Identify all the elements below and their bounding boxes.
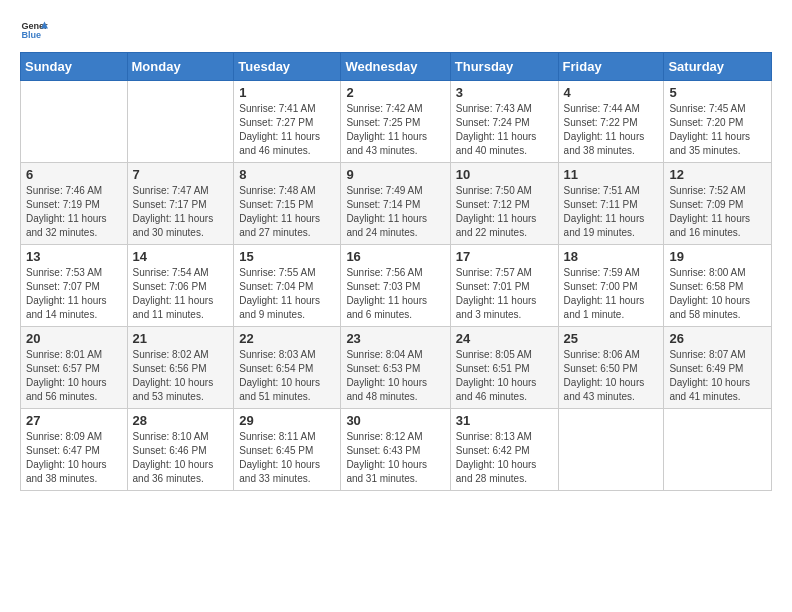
day-number: 6 [26,167,122,182]
calendar-header: SundayMondayTuesdayWednesdayThursdayFrid… [21,53,772,81]
calendar-cell [558,409,664,491]
day-info: Sunrise: 7:47 AMSunset: 7:17 PMDaylight:… [133,184,229,240]
week-row-2: 6Sunrise: 7:46 AMSunset: 7:19 PMDaylight… [21,163,772,245]
day-number: 12 [669,167,766,182]
day-number: 27 [26,413,122,428]
day-info: Sunrise: 8:12 AMSunset: 6:43 PMDaylight:… [346,430,444,486]
day-info: Sunrise: 8:13 AMSunset: 6:42 PMDaylight:… [456,430,553,486]
logo: General Blue [20,16,48,44]
day-info: Sunrise: 7:56 AMSunset: 7:03 PMDaylight:… [346,266,444,322]
day-number: 25 [564,331,659,346]
calendar-cell: 18Sunrise: 7:59 AMSunset: 7:00 PMDayligh… [558,245,664,327]
day-info: Sunrise: 7:57 AMSunset: 7:01 PMDaylight:… [456,266,553,322]
day-number: 19 [669,249,766,264]
day-info: Sunrise: 7:42 AMSunset: 7:25 PMDaylight:… [346,102,444,158]
day-number: 2 [346,85,444,100]
calendar-cell: 16Sunrise: 7:56 AMSunset: 7:03 PMDayligh… [341,245,450,327]
day-info: Sunrise: 7:46 AMSunset: 7:19 PMDaylight:… [26,184,122,240]
calendar-cell: 10Sunrise: 7:50 AMSunset: 7:12 PMDayligh… [450,163,558,245]
calendar-cell: 30Sunrise: 8:12 AMSunset: 6:43 PMDayligh… [341,409,450,491]
day-number: 3 [456,85,553,100]
header: General Blue [20,16,772,44]
calendar-body: 1Sunrise: 7:41 AMSunset: 7:27 PMDaylight… [21,81,772,491]
calendar-cell: 24Sunrise: 8:05 AMSunset: 6:51 PMDayligh… [450,327,558,409]
calendar-cell: 22Sunrise: 8:03 AMSunset: 6:54 PMDayligh… [234,327,341,409]
calendar-cell: 3Sunrise: 7:43 AMSunset: 7:24 PMDaylight… [450,81,558,163]
calendar-cell: 5Sunrise: 7:45 AMSunset: 7:20 PMDaylight… [664,81,772,163]
day-info: Sunrise: 8:09 AMSunset: 6:47 PMDaylight:… [26,430,122,486]
day-number: 5 [669,85,766,100]
day-number: 11 [564,167,659,182]
day-number: 14 [133,249,229,264]
calendar-cell: 4Sunrise: 7:44 AMSunset: 7:22 PMDaylight… [558,81,664,163]
day-info: Sunrise: 8:06 AMSunset: 6:50 PMDaylight:… [564,348,659,404]
calendar-cell: 28Sunrise: 8:10 AMSunset: 6:46 PMDayligh… [127,409,234,491]
calendar-cell [21,81,128,163]
calendar-cell: 8Sunrise: 7:48 AMSunset: 7:15 PMDaylight… [234,163,341,245]
day-info: Sunrise: 8:02 AMSunset: 6:56 PMDaylight:… [133,348,229,404]
day-info: Sunrise: 8:07 AMSunset: 6:49 PMDaylight:… [669,348,766,404]
logo-icon: General Blue [20,16,48,44]
day-info: Sunrise: 7:52 AMSunset: 7:09 PMDaylight:… [669,184,766,240]
calendar-cell: 25Sunrise: 8:06 AMSunset: 6:50 PMDayligh… [558,327,664,409]
calendar-cell: 15Sunrise: 7:55 AMSunset: 7:04 PMDayligh… [234,245,341,327]
column-header-saturday: Saturday [664,53,772,81]
week-row-1: 1Sunrise: 7:41 AMSunset: 7:27 PMDaylight… [21,81,772,163]
calendar-cell: 7Sunrise: 7:47 AMSunset: 7:17 PMDaylight… [127,163,234,245]
day-info: Sunrise: 7:41 AMSunset: 7:27 PMDaylight:… [239,102,335,158]
day-number: 15 [239,249,335,264]
day-number: 16 [346,249,444,264]
day-info: Sunrise: 8:03 AMSunset: 6:54 PMDaylight:… [239,348,335,404]
day-number: 30 [346,413,444,428]
day-info: Sunrise: 7:48 AMSunset: 7:15 PMDaylight:… [239,184,335,240]
day-info: Sunrise: 8:10 AMSunset: 6:46 PMDaylight:… [133,430,229,486]
day-number: 26 [669,331,766,346]
day-number: 8 [239,167,335,182]
day-number: 23 [346,331,444,346]
day-info: Sunrise: 8:00 AMSunset: 6:58 PMDaylight:… [669,266,766,322]
day-info: Sunrise: 8:04 AMSunset: 6:53 PMDaylight:… [346,348,444,404]
calendar-cell: 17Sunrise: 7:57 AMSunset: 7:01 PMDayligh… [450,245,558,327]
day-info: Sunrise: 7:49 AMSunset: 7:14 PMDaylight:… [346,184,444,240]
calendar-cell: 2Sunrise: 7:42 AMSunset: 7:25 PMDaylight… [341,81,450,163]
calendar-cell: 31Sunrise: 8:13 AMSunset: 6:42 PMDayligh… [450,409,558,491]
column-header-thursday: Thursday [450,53,558,81]
calendar-table: SundayMondayTuesdayWednesdayThursdayFrid… [20,52,772,491]
day-info: Sunrise: 7:53 AMSunset: 7:07 PMDaylight:… [26,266,122,322]
column-header-monday: Monday [127,53,234,81]
day-info: Sunrise: 8:05 AMSunset: 6:51 PMDaylight:… [456,348,553,404]
day-number: 20 [26,331,122,346]
calendar-cell: 14Sunrise: 7:54 AMSunset: 7:06 PMDayligh… [127,245,234,327]
day-number: 9 [346,167,444,182]
calendar-cell: 9Sunrise: 7:49 AMSunset: 7:14 PMDaylight… [341,163,450,245]
week-row-3: 13Sunrise: 7:53 AMSunset: 7:07 PMDayligh… [21,245,772,327]
day-number: 31 [456,413,553,428]
column-header-tuesday: Tuesday [234,53,341,81]
day-number: 29 [239,413,335,428]
day-number: 4 [564,85,659,100]
column-header-sunday: Sunday [21,53,128,81]
calendar-cell: 19Sunrise: 8:00 AMSunset: 6:58 PMDayligh… [664,245,772,327]
day-info: Sunrise: 7:43 AMSunset: 7:24 PMDaylight:… [456,102,553,158]
calendar-cell [664,409,772,491]
calendar-cell: 13Sunrise: 7:53 AMSunset: 7:07 PMDayligh… [21,245,128,327]
calendar-cell: 21Sunrise: 8:02 AMSunset: 6:56 PMDayligh… [127,327,234,409]
day-info: Sunrise: 7:50 AMSunset: 7:12 PMDaylight:… [456,184,553,240]
svg-text:Blue: Blue [21,30,41,40]
day-info: Sunrise: 7:44 AMSunset: 7:22 PMDaylight:… [564,102,659,158]
column-header-wednesday: Wednesday [341,53,450,81]
calendar-cell [127,81,234,163]
day-info: Sunrise: 7:54 AMSunset: 7:06 PMDaylight:… [133,266,229,322]
calendar-cell: 1Sunrise: 7:41 AMSunset: 7:27 PMDaylight… [234,81,341,163]
day-number: 7 [133,167,229,182]
day-info: Sunrise: 7:55 AMSunset: 7:04 PMDaylight:… [239,266,335,322]
week-row-4: 20Sunrise: 8:01 AMSunset: 6:57 PMDayligh… [21,327,772,409]
day-info: Sunrise: 8:11 AMSunset: 6:45 PMDaylight:… [239,430,335,486]
day-number: 21 [133,331,229,346]
calendar-cell: 23Sunrise: 8:04 AMSunset: 6:53 PMDayligh… [341,327,450,409]
day-number: 1 [239,85,335,100]
day-number: 10 [456,167,553,182]
day-number: 13 [26,249,122,264]
calendar-cell: 20Sunrise: 8:01 AMSunset: 6:57 PMDayligh… [21,327,128,409]
day-number: 24 [456,331,553,346]
